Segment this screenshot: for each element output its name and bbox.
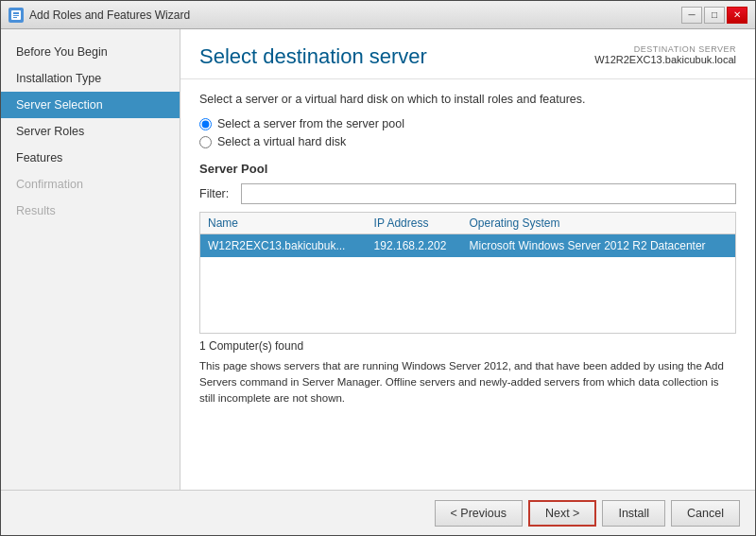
- content-area: Before You Begin Installation Type Serve…: [1, 29, 755, 490]
- column-ip[interactable]: IP Address: [367, 213, 462, 234]
- sidebar-item-results: Results: [1, 198, 180, 224]
- cell-name: W12R2EXC13.bakicubuk...: [200, 234, 367, 258]
- table-row[interactable]: W12R2EXC13.bakicubuk... 192.168.2.202 Mi…: [200, 234, 736, 258]
- column-name[interactable]: Name: [200, 213, 367, 234]
- sidebar-item-before-you-begin[interactable]: Before You Begin: [1, 39, 180, 65]
- column-os[interactable]: Operating System: [461, 213, 735, 234]
- main-window: Add Roles and Features Wizard ─ □ ✕ Befo…: [0, 0, 756, 536]
- close-button[interactable]: ✕: [727, 7, 747, 24]
- title-bar: Add Roles and Features Wizard ─ □ ✕: [1, 1, 755, 29]
- filter-label: Filter:: [199, 187, 233, 200]
- sidebar-item-server-roles[interactable]: Server Roles: [1, 118, 180, 145]
- table-header-row: Name IP Address Operating System: [200, 213, 736, 234]
- destination-info: DESTINATION SERVER W12R2EXC13.bakicubuk.…: [594, 44, 736, 65]
- previous-button[interactable]: < Previous: [435, 500, 523, 527]
- minimize-button[interactable]: ─: [681, 7, 702, 24]
- svg-rect-2: [13, 15, 19, 16]
- destination-label: DESTINATION SERVER: [594, 44, 736, 54]
- cancel-button[interactable]: Cancel: [671, 500, 740, 527]
- main-header: Select destination server DESTINATION SE…: [180, 29, 755, 79]
- info-text: This page shows servers that are running…: [199, 358, 736, 407]
- radio-vhd-input[interactable]: [199, 136, 212, 148]
- title-bar-left: Add Roles and Features Wizard: [9, 8, 190, 23]
- main-body: Select a server or a virtual hard disk o…: [180, 79, 755, 490]
- cell-ip: 192.168.2.202: [367, 234, 462, 258]
- sidebar-item-installation-type[interactable]: Installation Type: [1, 65, 180, 92]
- description-text: Select a server or a virtual hard disk o…: [199, 93, 736, 106]
- server-table: Name IP Address Operating System W12R2EX…: [199, 212, 736, 334]
- radio-server-pool-label: Select a server from the server pool: [217, 117, 404, 130]
- page-title: Select destination server: [199, 44, 427, 69]
- sidebar-item-features[interactable]: Features: [1, 145, 180, 171]
- destination-server: W12R2EXC13.bakicubuk.local: [594, 54, 736, 65]
- svg-rect-1: [13, 12, 19, 14]
- table-row-empty: [200, 257, 736, 333]
- sidebar-item-server-selection[interactable]: Server Selection: [1, 92, 180, 118]
- sidebar-item-confirmation: Confirmation: [1, 171, 180, 198]
- table-body: W12R2EXC13.bakicubuk... 192.168.2.202 Mi…: [200, 234, 736, 334]
- cell-os: Microsoft Windows Server 2012 R2 Datacen…: [461, 234, 735, 258]
- server-pool-label: Server Pool: [199, 162, 736, 176]
- radio-group: Select a server from the server pool Sel…: [199, 117, 736, 148]
- install-button[interactable]: Install: [602, 500, 665, 527]
- main-body-wrapper: Select a server or a virtual hard disk o…: [180, 79, 755, 490]
- sidebar: Before You Begin Installation Type Serve…: [1, 29, 180, 490]
- wizard-icon: [9, 8, 24, 23]
- next-button[interactable]: Next >: [528, 500, 596, 527]
- table-header: Name IP Address Operating System: [200, 213, 736, 234]
- footer: < Previous Next > Install Cancel: [1, 490, 755, 535]
- main-panel: Select destination server DESTINATION SE…: [180, 29, 755, 490]
- maximize-button[interactable]: □: [704, 7, 725, 24]
- svg-rect-3: [13, 17, 17, 18]
- title-bar-controls: ─ □ ✕: [681, 7, 747, 24]
- radio-server-pool[interactable]: Select a server from the server pool: [199, 117, 736, 130]
- window-title: Add Roles and Features Wizard: [29, 9, 190, 22]
- filter-input[interactable]: [241, 183, 736, 204]
- radio-vhd-label: Select a virtual hard disk: [217, 135, 346, 148]
- filter-row: Filter:: [199, 183, 736, 204]
- radio-server-pool-input[interactable]: [199, 118, 212, 130]
- radio-vhd[interactable]: Select a virtual hard disk: [199, 135, 736, 148]
- count-text: 1 Computer(s) found: [199, 339, 736, 353]
